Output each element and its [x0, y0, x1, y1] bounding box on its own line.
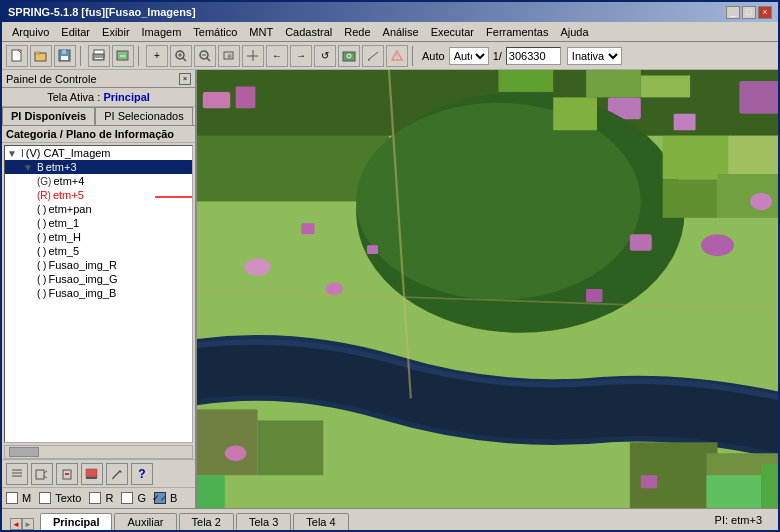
menu-cadastral[interactable]: Cadastral [279, 24, 338, 40]
menu-rede[interactable]: Rede [338, 24, 376, 40]
panel-pin-button[interactable]: × [179, 73, 191, 85]
window-controls: _ □ × [726, 6, 772, 19]
svg-text:!: ! [396, 52, 398, 61]
channel-g-checkbox[interactable] [121, 492, 133, 504]
g-check: (G) [37, 176, 51, 187]
back-button[interactable]: ← [266, 45, 288, 67]
svg-point-56 [244, 258, 270, 276]
cat-check-icon: I [21, 148, 24, 159]
screenshot-button[interactable] [338, 45, 360, 67]
tree-node-etm4[interactable]: (G) etm+4 [5, 174, 192, 188]
tree-node-etm5[interactable]: (R) etm+5 [5, 188, 192, 202]
measure-button[interactable] [362, 45, 384, 67]
tab-tela4[interactable]: Tela 4 [293, 513, 348, 530]
svg-rect-4 [61, 56, 68, 60]
nav-right-button[interactable]: ► [22, 518, 34, 530]
tree-container[interactable]: ▼ I (V) CAT_Imagem ▼ B etm+3 (G) etm+4 (… [4, 145, 193, 443]
zoom-in-button[interactable] [170, 45, 192, 67]
svg-rect-72 [553, 97, 597, 130]
color-button[interactable] [81, 463, 103, 485]
menu-analise[interactable]: Análise [377, 24, 425, 40]
menu-exibir[interactable]: Exibir [96, 24, 136, 40]
help-button[interactable]: ? [131, 463, 153, 485]
zoom-out-button[interactable] [194, 45, 216, 67]
menu-ferramentas[interactable]: Ferramentas [480, 24, 554, 40]
svg-rect-8 [95, 58, 103, 59]
svg-point-59 [750, 193, 772, 211]
pan-check: ( ) [37, 204, 46, 215]
channel-m-checkbox[interactable] [6, 492, 18, 504]
tree-node-etmh[interactable]: ( ) etm_H [5, 230, 192, 244]
menu-mnt[interactable]: MNT [243, 24, 279, 40]
tree-node-etm1[interactable]: ( ) etm_1 [5, 216, 192, 230]
svg-rect-66 [641, 475, 657, 488]
svg-rect-71 [641, 75, 690, 97]
svg-rect-22 [343, 52, 355, 61]
menu-editar[interactable]: Editar [55, 24, 96, 40]
tree-hscrollbar[interactable] [4, 445, 193, 459]
channel-texto-checkbox[interactable] [39, 492, 51, 504]
svg-rect-76 [586, 289, 602, 302]
separator-2 [138, 46, 142, 66]
channel-g-label: G [137, 492, 146, 504]
add-button[interactable] [31, 463, 53, 485]
tree-node-etm3[interactable]: ▼ B etm+3 [5, 160, 192, 174]
forward-button[interactable]: → [290, 45, 312, 67]
svg-rect-54 [663, 180, 718, 218]
channel-b-checkbox[interactable]: ✓ [154, 492, 166, 504]
open-button[interactable] [30, 45, 52, 67]
tree-node-fusaor[interactable]: ( ) Fusao_img_R [5, 258, 192, 272]
svg-rect-67 [197, 475, 225, 508]
tela-ativa-label: Tela Ativa : [47, 91, 100, 103]
menu-ajuda[interactable]: Ajuda [554, 24, 594, 40]
tree-node-etm5b[interactable]: ( ) etm_5 [5, 244, 192, 258]
mode-select[interactable]: Inativa [567, 47, 622, 65]
cat-label: (V) CAT_Imagem [26, 147, 111, 159]
identify-button[interactable]: ! [386, 45, 408, 67]
b-check: B [37, 162, 44, 173]
tree-node-fusaob[interactable]: ( ) Fusao_img_B [5, 286, 192, 300]
channel-r-checkbox[interactable] [89, 492, 101, 504]
pointer-button[interactable]: + [146, 45, 168, 67]
pi-tabs: PI Disponíveis PI Selecionados [2, 107, 195, 126]
remove-button[interactable] [56, 463, 78, 485]
nav-left-button[interactable]: ◄ [10, 518, 22, 530]
scale-input[interactable] [506, 47, 561, 65]
svg-rect-49 [739, 81, 778, 114]
zoom-select[interactable]: Auto [449, 47, 489, 65]
tree-node-cat[interactable]: ▼ I (V) CAT_Imagem [5, 146, 192, 160]
pan-button[interactable] [242, 45, 264, 67]
menu-arquivo[interactable]: Arquivo [6, 24, 55, 40]
etm1-check: ( ) [37, 218, 46, 229]
svg-rect-74 [301, 223, 314, 234]
zoom-extent-button[interactable]: ⊕ [218, 45, 240, 67]
svg-rect-2 [35, 52, 40, 54]
tab-tela3[interactable]: Tela 3 [236, 513, 291, 530]
tab-pi-selecionados[interactable]: PI Selecionados [95, 107, 193, 125]
menu-imagem[interactable]: Imagem [136, 24, 188, 40]
close-button[interactable]: × [758, 6, 772, 19]
svg-line-24 [368, 52, 378, 60]
control-panel: Painel de Controle × Tela Ativa : Princi… [2, 70, 197, 508]
maximize-button[interactable]: □ [742, 6, 756, 19]
panel-header: Painel de Controle × [2, 70, 195, 88]
tab-pi-disponiveis[interactable]: PI Disponíveis [2, 107, 95, 125]
list-button[interactable] [6, 463, 28, 485]
edit-button[interactable] [106, 463, 128, 485]
tree-node-etmpan[interactable]: ( ) etm+pan [5, 202, 192, 216]
svg-line-12 [183, 58, 186, 61]
refresh-button[interactable]: ↺ [314, 45, 336, 67]
print-button[interactable] [88, 45, 110, 67]
tab-principal[interactable]: Principal [40, 513, 112, 530]
tab-auxiliar[interactable]: Auxiliar [114, 513, 176, 530]
minimize-button[interactable]: _ [726, 6, 740, 19]
export-button[interactable] [112, 45, 134, 67]
tab-tela2[interactable]: Tela 2 [179, 513, 234, 530]
channel-texto-label: Texto [55, 492, 81, 504]
etm4-label: etm+4 [53, 175, 84, 187]
save-button[interactable] [54, 45, 76, 67]
menu-executar[interactable]: Executar [425, 24, 480, 40]
tree-node-fusaog[interactable]: ( ) Fusao_img_G [5, 272, 192, 286]
menu-tematico[interactable]: Temático [187, 24, 243, 40]
new-button[interactable] [6, 45, 28, 67]
